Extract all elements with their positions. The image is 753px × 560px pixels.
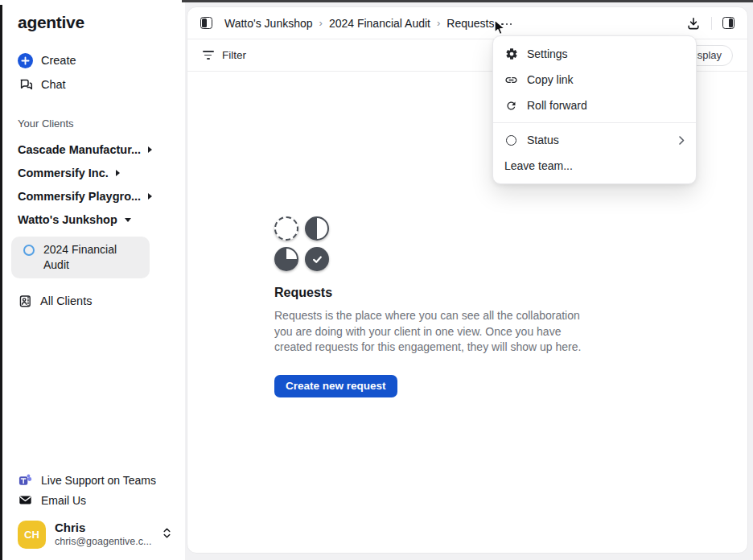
menu-item-settings[interactable]: Settings <box>493 41 696 67</box>
avatar: CH <box>18 521 46 549</box>
chat-button[interactable]: Chat <box>18 72 185 97</box>
menu-item-label: Settings <box>527 47 568 60</box>
breadcrumb: Watto's Junkshop › 2024 Financial Audit … <box>224 17 512 30</box>
chat-label: Chat <box>41 78 66 91</box>
create-new-request-button[interactable]: Create new request <box>274 375 397 397</box>
sidebar-item-client-commersify-inc[interactable]: Commersify Inc. <box>18 161 185 184</box>
empty-state-title: Requests <box>274 286 590 300</box>
sidebar-item-engagement-2024-financial-audit[interactable]: 2024 Financial Audit <box>11 237 150 278</box>
chevron-right-icon <box>148 193 152 200</box>
roll-forward-icon <box>504 100 518 112</box>
status-in-progress-icon <box>305 216 329 241</box>
menu-item-leave-team[interactable]: Leave team... <box>493 153 696 179</box>
envelope-icon <box>18 493 33 507</box>
engagement-status-icon <box>23 245 35 256</box>
chat-icon <box>18 77 33 92</box>
teams-label: Live Support on Teams <box>41 474 156 487</box>
email-us-link[interactable]: Email Us <box>18 490 185 510</box>
plus-icon <box>18 53 33 68</box>
teams-icon <box>18 473 33 487</box>
empty-state-description: Requests is the place where you can see … <box>274 308 590 356</box>
right-panel-toggle-icon[interactable] <box>722 17 734 29</box>
clients-section-header: Your Clients <box>18 117 185 130</box>
sidebar: agentive Create Chat Your Clients Cascad… <box>0 0 185 560</box>
chevron-right-icon <box>148 146 152 153</box>
app-logo: agentive <box>18 13 185 32</box>
sidebar-item-all-clients[interactable]: All Clients <box>18 290 185 312</box>
sidebar-item-client-cascade[interactable]: Cascade Manufactur... <box>18 138 185 161</box>
status-complete-icon <box>305 247 329 271</box>
submenu-chevron-icon <box>679 136 685 145</box>
breadcrumb-separator: › <box>437 17 440 29</box>
menu-item-label: Roll forward <box>527 99 587 112</box>
filter-label: Filter <box>222 49 246 61</box>
menu-item-label: Leave team... <box>504 159 573 172</box>
unfold-more-icon <box>162 527 172 542</box>
client-label: Cascade Manufactur... <box>18 143 141 156</box>
client-label: Commersify Playgro... <box>18 190 141 203</box>
status-icons-illustration <box>274 216 590 271</box>
all-clients-label: All Clients <box>40 294 92 307</box>
requests-empty-state: Requests Requests is the place where you… <box>274 216 590 397</box>
status-mostly-done-icon <box>274 247 298 271</box>
filter-button[interactable]: Filter <box>202 49 246 61</box>
gear-icon <box>504 47 518 60</box>
chevron-down-icon <box>125 218 131 222</box>
menu-item-roll-forward[interactable]: Roll forward <box>493 93 696 118</box>
window-edge-left <box>0 5 2 560</box>
filter-icon <box>202 51 214 60</box>
user-name: Chris <box>55 521 151 536</box>
sidebar-item-client-commersify-playground[interactable]: Commersify Playgro... <box>18 184 185 208</box>
menu-item-label: Copy link <box>527 73 574 86</box>
window-edge-top <box>182 0 753 2</box>
menu-item-label: Status <box>527 134 559 146</box>
breadcrumb-separator: › <box>319 17 323 29</box>
status-circle-icon <box>504 135 518 146</box>
email-label: Email Us <box>41 494 86 507</box>
menu-item-copy-link[interactable]: Copy link <box>493 67 696 93</box>
breadcrumb-client[interactable]: Watto's Junkshop <box>224 17 313 30</box>
address-book-icon <box>18 294 33 308</box>
menu-item-status[interactable]: Status <box>493 127 696 153</box>
client-label: Commersify Inc. <box>18 167 109 179</box>
more-menu-trigger[interactable] <box>501 23 512 26</box>
link-icon <box>504 73 518 87</box>
sidebar-toggle-icon[interactable] <box>200 17 212 29</box>
status-not-started-icon <box>274 216 298 241</box>
engagement-label: 2024 Financial Audit <box>43 242 124 273</box>
download-button[interactable] <box>686 16 701 31</box>
breadcrumb-engagement[interactable]: 2024 Financial Audit <box>329 17 430 30</box>
menu-divider <box>493 122 696 123</box>
create-label: Create <box>41 54 76 67</box>
live-support-teams-link[interactable]: Live Support on Teams <box>18 470 185 490</box>
create-button[interactable]: Create <box>18 48 185 72</box>
user-account-switcher[interactable]: CH Chris chris@goagentive.c... <box>18 521 185 549</box>
page-options-menu: Settings Copy link Roll forward Status L… <box>492 35 697 184</box>
client-label: Watto's Junkshop <box>18 213 117 226</box>
sidebar-item-client-wattos-junkshop[interactable]: Watto's Junkshop <box>18 208 185 231</box>
user-email: chris@goagentive.c... <box>55 536 151 549</box>
breadcrumb-bar: Watto's Junkshop › 2024 Financial Audit … <box>187 7 747 39</box>
chevron-right-icon <box>116 170 120 176</box>
header-divider <box>711 17 712 30</box>
breadcrumb-current-page[interactable]: Requests <box>446 17 494 30</box>
